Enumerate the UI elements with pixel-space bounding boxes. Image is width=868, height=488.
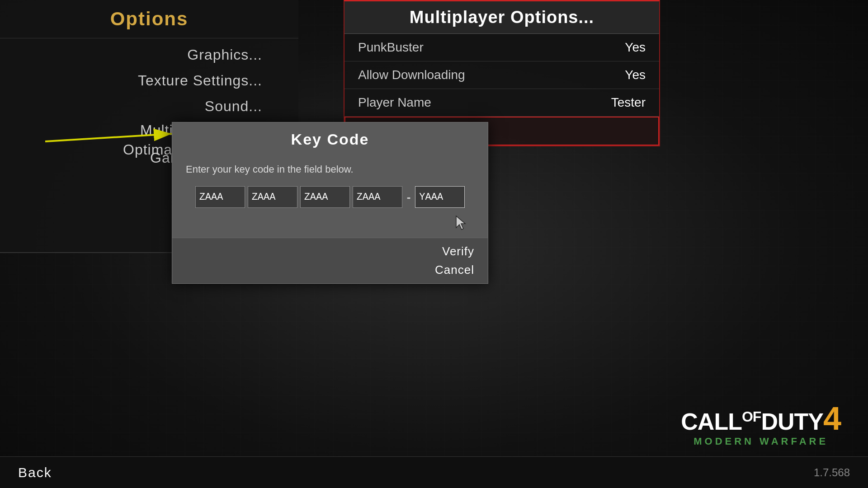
player-name-value: Tester: [611, 95, 646, 110]
key-code-inputs-container: -: [186, 186, 474, 208]
allow-downloading-value: Yes: [625, 68, 646, 82]
punkbuster-label: PunkBuster: [358, 40, 424, 55]
multiplayer-options-title: Multiplayer Options...: [344, 1, 659, 34]
dialog-body: Enter your key code in the field below. …: [172, 156, 488, 238]
punkbuster-value: Yes: [625, 40, 646, 55]
key-input-2[interactable]: [248, 186, 297, 208]
dialog-footer: Verify Cancel: [172, 238, 488, 283]
annotation-arrow: [41, 121, 185, 148]
cod-call: CALL: [681, 408, 742, 435]
svg-marker-2: [456, 216, 465, 230]
bottom-bar: Back 1.7.568: [0, 456, 868, 488]
key-input-1[interactable]: [195, 186, 245, 208]
cod-duty: DUTY: [761, 408, 823, 435]
version-text: 1.7.568: [814, 466, 850, 479]
svg-line-1: [45, 134, 172, 141]
cancel-button[interactable]: Cancel: [435, 261, 474, 279]
key-input-5[interactable]: [415, 186, 465, 208]
verify-button[interactable]: Verify: [442, 243, 474, 260]
key-input-3[interactable]: [300, 186, 350, 208]
menu-item-sound[interactable]: Sound...: [0, 94, 298, 119]
dialog-instruction: Enter your key code in the field below.: [186, 164, 474, 175]
punkbuster-row: PunkBuster Yes: [344, 34, 659, 61]
menu-item-graphics[interactable]: Graphics...: [0, 42, 298, 68]
key-input-4[interactable]: [353, 186, 402, 208]
player-name-label: Player Name: [358, 95, 431, 110]
options-title: Options: [0, 0, 298, 38]
cod4-title: CALLOFDUTY4: [681, 402, 841, 435]
key-separator: -: [405, 190, 413, 204]
allow-downloading-row: Allow Downloading Yes: [344, 61, 659, 89]
cod-of: OF: [742, 408, 761, 425]
allow-downloading-label: Allow Downloading: [358, 68, 465, 82]
cod-subtitle: MODERN WARFARE: [681, 436, 841, 447]
cod-4: 4: [823, 400, 841, 436]
player-name-row: Player Name Tester: [344, 89, 659, 117]
key-code-dialog: Key Code Enter your key code in the fiel…: [172, 122, 488, 284]
dialog-title: Key Code: [172, 122, 488, 156]
back-button[interactable]: Back: [18, 465, 52, 480]
menu-item-texture-settings[interactable]: Texture Settings...: [0, 68, 298, 94]
cod4-logo: CALLOFDUTY4 MODERN WARFARE: [681, 402, 841, 447]
cursor-icon: [453, 215, 470, 231]
